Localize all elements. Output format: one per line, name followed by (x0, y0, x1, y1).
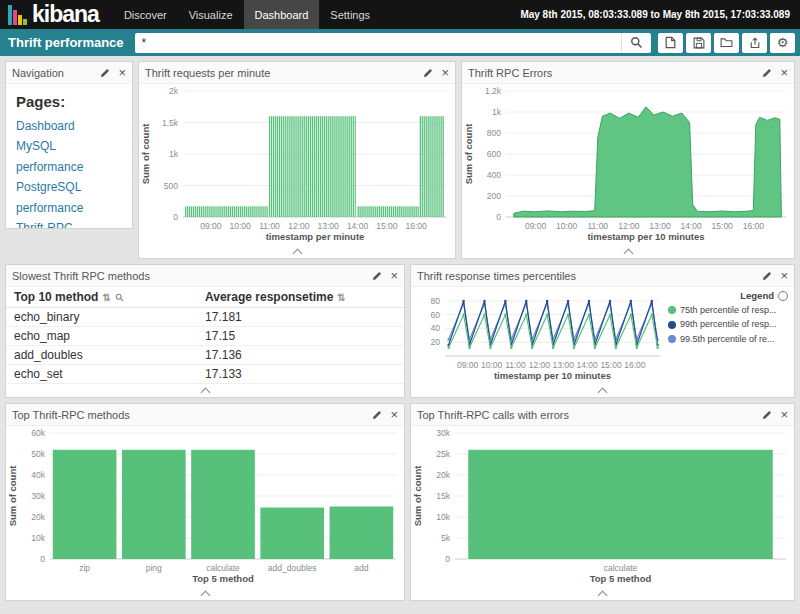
close-icon[interactable]: × (390, 269, 398, 282)
legend-toggle[interactable]: Legend (668, 290, 788, 301)
open-dashboard-button[interactable] (714, 33, 739, 53)
edit-icon[interactable] (762, 68, 772, 78)
nav-item-discover[interactable]: Discover (113, 0, 178, 29)
legend-dot-icon (668, 306, 676, 314)
svg-text:0: 0 (173, 212, 178, 222)
new-dashboard-button[interactable] (658, 33, 683, 53)
errors-area-chart[interactable]: 02004006008001k1.2k09:0010:0011:0012:001… (462, 84, 794, 245)
column-header-responsetime[interactable]: Average responsetime⇅ (197, 287, 404, 308)
table-row: echo_binary17.181 (6, 308, 404, 327)
close-icon[interactable]: × (390, 408, 398, 421)
edit-icon[interactable] (372, 271, 382, 281)
kibana-logo-bars-icon (8, 5, 27, 25)
svg-text:20: 20 (431, 337, 441, 347)
collapse-chevron[interactable] (200, 387, 210, 397)
close-icon[interactable]: × (780, 269, 788, 282)
panel-header: Top Thrift-RPC calls with errors × (411, 404, 794, 426)
legend-item[interactable]: 99th percentile of resp... (668, 317, 788, 331)
share-dashboard-button[interactable] (742, 33, 767, 53)
svg-text:11:00: 11:00 (505, 360, 526, 370)
svg-text:Top 5 method: Top 5 method (590, 573, 652, 584)
dashboard-grid: Navigation × Pages: DashboardMySQL perfo… (0, 56, 800, 614)
svg-text:09:00: 09:00 (457, 360, 479, 370)
svg-text:15:00: 15:00 (712, 221, 734, 231)
methods-table-wrap: Top 10 method⇅Average responsetime⇅echo_… (6, 287, 404, 384)
top-errors-bar-chart[interactable]: 05k10k15k20k25k30kTop 5 methodSum of cou… (411, 426, 794, 587)
sort-icon[interactable]: ⇅ (102, 292, 110, 303)
dashboard-title: Thrift performance (8, 35, 124, 50)
edit-icon[interactable] (372, 410, 382, 420)
svg-text:12:00: 12:00 (288, 221, 310, 231)
svg-text:calculate: calculate (604, 563, 638, 573)
panel-top-methods: Top Thrift-RPC methods × 010k20k30k40k50… (5, 403, 405, 601)
collapse-chevron[interactable] (623, 248, 633, 258)
toolbar-actions: ⚙ (658, 33, 795, 53)
svg-text:09:00: 09:00 (525, 221, 547, 231)
search-bar (135, 33, 651, 53)
close-icon[interactable]: × (118, 66, 126, 79)
save-dashboard-button[interactable] (686, 33, 711, 53)
top-methods-bar-chart[interactable]: 010k20k30k40k50k60kTop 5 methodSum of co… (6, 426, 404, 587)
edit-icon[interactable] (100, 68, 110, 78)
export-icon (749, 37, 761, 49)
column-search-icon[interactable] (115, 293, 124, 302)
legend-item[interactable]: 99.5th percentile of re... (668, 332, 788, 346)
panel-header: Top Thrift-RPC methods × (6, 404, 404, 426)
svg-text:80: 80 (431, 296, 441, 306)
page-link-dashboard[interactable]: Dashboard (16, 116, 122, 136)
svg-text:200: 200 (487, 191, 501, 201)
svg-text:2k: 2k (169, 86, 179, 96)
collapse-chevron[interactable] (200, 590, 210, 600)
new-document-icon (665, 36, 676, 49)
edit-icon[interactable] (762, 271, 772, 281)
percentiles-line-chart[interactable]: 2040608009:0010:0011:0012:0013:0014:0015… (411, 287, 668, 384)
svg-text:14:00: 14:00 (576, 360, 598, 370)
legend-title: Legend (740, 290, 774, 301)
time-range-picker[interactable]: May 8th 2015, 08:03:33.089 to May 8th 20… (510, 0, 800, 29)
collapse-chevron[interactable] (598, 590, 608, 600)
save-icon (693, 37, 705, 49)
panel-header: Navigation × (6, 62, 132, 84)
panel-slowest-methods: Slowest Thrift RPC methods × Top 10 meth… (5, 264, 405, 398)
svg-text:30k: 30k (31, 491, 45, 501)
collapse-chevron[interactable] (598, 387, 608, 397)
table-row: add_doubles17.136 (6, 346, 404, 365)
panel-title: Top Thrift-RPC methods (12, 409, 130, 421)
page-link-postgresql-performance[interactable]: PostgreSQL performance (16, 177, 122, 218)
legend-label: 75th percentile of resp... (680, 303, 777, 317)
nav-item-visualize[interactable]: Visualize (178, 0, 244, 29)
legend-item[interactable]: 75th percentile of resp... (668, 303, 788, 317)
nav-item-dashboard[interactable]: Dashboard (244, 0, 320, 29)
sort-icon[interactable]: ⇅ (337, 292, 345, 303)
close-icon[interactable]: × (441, 66, 449, 79)
kibana-logo[interactable]: kibana (0, 0, 113, 29)
close-icon[interactable]: × (780, 66, 788, 79)
svg-text:400: 400 (487, 170, 501, 180)
kibana-app: kibana DiscoverVisualizeDashboardSetting… (0, 0, 800, 614)
panel-title: Navigation (12, 67, 64, 79)
panel-navigation: Navigation × Pages: DashboardMySQL perfo… (5, 61, 133, 229)
top-nav: DiscoverVisualizeDashboardSettings (113, 0, 381, 29)
svg-text:800: 800 (487, 128, 501, 138)
svg-text:500: 500 (164, 181, 178, 191)
close-icon[interactable]: × (780, 408, 788, 421)
edit-icon[interactable] (423, 68, 433, 78)
svg-text:0: 0 (445, 554, 450, 564)
panel-header: Thrift requests per minute × (139, 62, 455, 84)
page-link-thrift-rpc-performance[interactable]: Thrift-RPC performance (16, 218, 122, 228)
requests-bar-chart[interactable]: 05001k1.5k2k09:0010:0011:0012:0013:0014:… (139, 84, 455, 245)
panel-title: Slowest Thrift RPC methods (12, 270, 150, 282)
collapse-chevron[interactable] (292, 248, 302, 258)
svg-text:timestamp per minute: timestamp per minute (266, 231, 365, 242)
svg-text:13:00: 13:00 (649, 221, 671, 231)
settings-button[interactable]: ⚙ (770, 33, 795, 53)
edit-icon[interactable] (762, 410, 772, 420)
page-link-mysql-performance[interactable]: MySQL performance (16, 136, 122, 177)
search-button[interactable] (621, 33, 651, 53)
search-input[interactable] (135, 33, 621, 53)
svg-text:10:00: 10:00 (230, 221, 252, 231)
column-header-method[interactable]: Top 10 method⇅ (6, 287, 197, 308)
nav-item-settings[interactable]: Settings (319, 0, 381, 29)
svg-text:11:00: 11:00 (259, 221, 280, 231)
svg-text:Sum of count: Sum of count (412, 465, 423, 527)
